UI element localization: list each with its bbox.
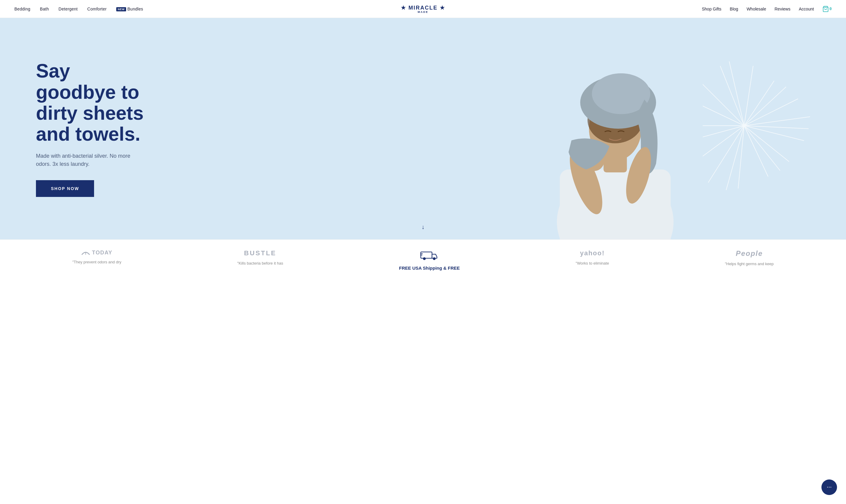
yahoo-quote: "Works to eliminate	[576, 261, 609, 266]
nav-link-bedding[interactable]: Bedding	[14, 6, 30, 11]
cart-button[interactable]: 0	[822, 6, 832, 12]
press-item-yahoo: yahoo! "Works to eliminate	[576, 249, 609, 266]
today-logo-text: TODAY	[92, 250, 113, 256]
nav-left: Bedding Bath Detergent Comforter NEWBund…	[14, 6, 143, 11]
brand-logo[interactable]: ★ MIRACLE ★ MADE	[401, 4, 445, 14]
shop-now-button[interactable]: SHOP NOW	[36, 180, 94, 197]
press-item-bustle: BUSTLE "Kills bacteria before it has	[237, 249, 283, 266]
today-logo: TODAY	[81, 249, 113, 256]
nav-link-bundles[interactable]: NEWBundles	[116, 6, 143, 11]
press-item-people: People "Helps fight germs and keep	[725, 249, 774, 267]
bottom-bar: TODAY "They prevent odors and dry BUSTLE…	[0, 239, 846, 281]
svg-point-35	[433, 257, 436, 260]
nav-link-account[interactable]: Account	[799, 6, 814, 11]
hero-content: Say goodbye to dirty sheets and towels. …	[0, 37, 180, 221]
nav-right: Shop Gifts Blog Wholesale Reviews Accoun…	[702, 6, 832, 12]
promo-shipping: FREE USA Shipping & FREE	[399, 249, 460, 271]
yahoo-logo: yahoo!	[580, 249, 605, 257]
hero-image	[355, 18, 846, 239]
nav-link-bath[interactable]: Bath	[40, 6, 49, 11]
nav-link-shop-gifts[interactable]: Shop Gifts	[702, 6, 721, 11]
svg-point-34	[423, 257, 426, 260]
people-quote: "Helps fight germs and keep	[725, 261, 774, 267]
people-logo: People	[736, 249, 763, 258]
press-item-today: TODAY "They prevent odors and dry	[72, 249, 121, 265]
svg-rect-33	[421, 252, 432, 258]
cart-count: 0	[830, 6, 832, 11]
bustle-quote: "Kills bacteria before it has	[237, 261, 283, 266]
shipping-promo-text: FREE USA Shipping & FREE	[399, 265, 460, 271]
logo-star-right: ★	[440, 5, 445, 11]
nav-link-wholesale[interactable]: Wholesale	[746, 6, 766, 11]
new-badge: NEW	[116, 7, 126, 11]
hero-title: Say goodbye to dirty sheets and towels.	[36, 60, 144, 145]
hero-subtitle: Made with anti-bacterial silver. No more…	[36, 152, 144, 168]
scroll-arrow[interactable]: ↓	[421, 223, 425, 231]
main-nav: Bedding Bath Detergent Comforter NEWBund…	[0, 0, 846, 18]
nav-link-detergent[interactable]: Detergent	[58, 6, 77, 11]
truck-icon	[420, 249, 438, 261]
hero-section: Say goodbye to dirty sheets and towels. …	[0, 18, 846, 239]
logo-sub: MADE	[401, 11, 445, 14]
today-quote: "They prevent odors and dry	[72, 259, 121, 265]
bustle-logo: BUSTLE	[244, 249, 277, 257]
nav-link-blog[interactable]: Blog	[730, 6, 738, 11]
logo-brand-name: MIRACLE	[408, 5, 437, 11]
nav-link-comforter[interactable]: Comforter	[87, 6, 107, 11]
nav-link-reviews[interactable]: Reviews	[775, 6, 791, 11]
logo-star-left: ★	[401, 5, 406, 11]
